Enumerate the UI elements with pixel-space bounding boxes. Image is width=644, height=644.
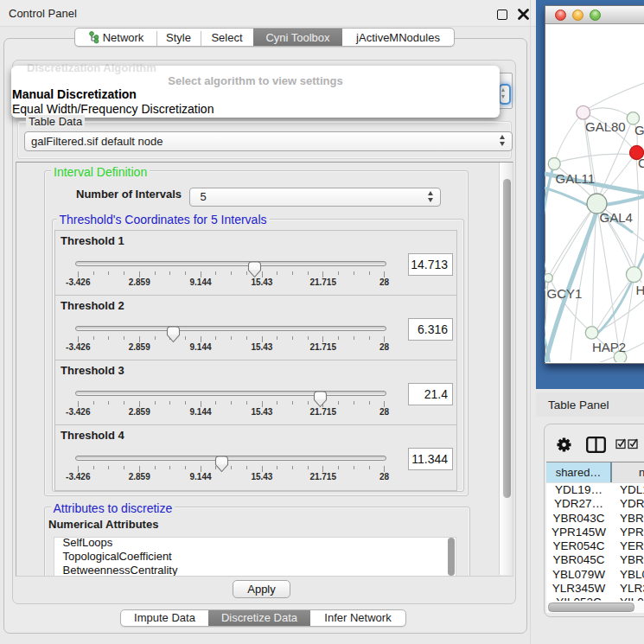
svg-text:HAP2: HAP2 bbox=[592, 340, 626, 354]
svg-text:CY: CY bbox=[638, 156, 644, 170]
svg-text:GAL11: GAL11 bbox=[556, 171, 596, 186]
svg-text:GA: GA bbox=[634, 123, 644, 137]
svg-text:GAL4: GAL4 bbox=[600, 210, 633, 225]
svg-text:GCY1: GCY1 bbox=[547, 286, 583, 301]
svg-text:HI: HI bbox=[636, 283, 644, 297]
svg-text:GAL80: GAL80 bbox=[585, 119, 626, 134]
